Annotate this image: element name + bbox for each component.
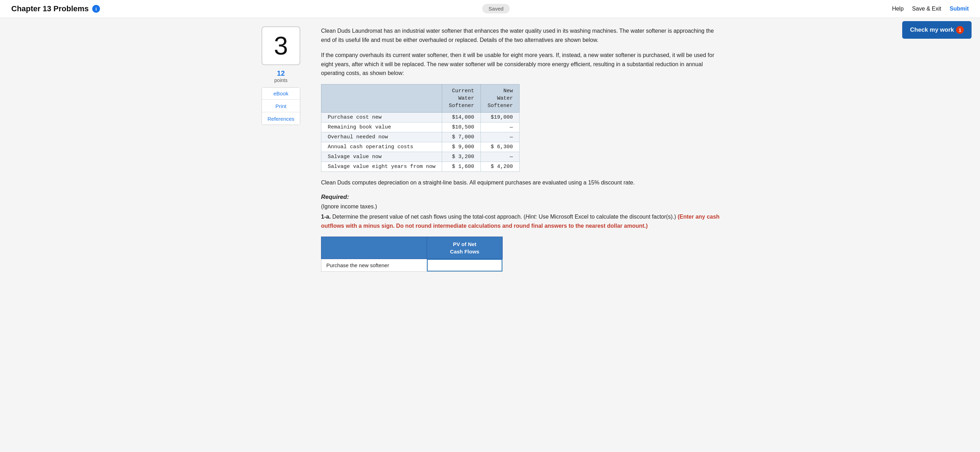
data-row-col2-5: $ 4,200 (481, 162, 520, 172)
check-my-work-label: Check my work (910, 26, 954, 33)
data-row-col1-4: $ 3,200 (442, 152, 481, 162)
data-row-label-5: Salvage value eight years from now (321, 162, 442, 172)
data-row-col2-1: — (481, 122, 520, 132)
sidebar-buttons: eBook Print References (261, 87, 300, 125)
data-row-col1-5: $ 1,600 (442, 162, 481, 172)
top-bar-left: Chapter 13 Problems i (11, 4, 100, 13)
check-my-work-button[interactable]: Check my work 1 (902, 21, 972, 39)
data-row-label-2: Overhaul needed now (321, 132, 442, 142)
submit-link[interactable]: Submit (950, 6, 969, 12)
top-bar: Chapter 13 Problems i Saved Help Save & … (0, 0, 980, 18)
print-button[interactable]: Print (262, 100, 300, 112)
instruction-body: Determine the present value of net cash … (332, 214, 676, 220)
data-row-col2-2: — (481, 132, 520, 142)
ebook-button[interactable]: eBook (262, 88, 300, 100)
data-row-col2-3: $ 6,300 (481, 142, 520, 152)
question-number: 3 (274, 31, 288, 60)
data-table: Current Water Softener New Water Softene… (321, 84, 520, 172)
col1-header: Current Water Softener (442, 84, 481, 112)
points-section: 12 points (274, 69, 287, 83)
question-number-box: 3 (261, 26, 300, 65)
col2-header: New Water Softener (481, 84, 520, 112)
data-row-col2-4: — (481, 152, 520, 162)
continuation-text: Clean Duds computes depreciation on a st… (321, 178, 722, 187)
instruction-number: 1-a. (321, 214, 331, 220)
points-label: points (274, 78, 287, 83)
saved-badge: Saved (482, 6, 510, 12)
data-row-label-1: Remaining book value (321, 122, 442, 132)
top-bar-right: Help Save & Exit Submit (892, 6, 969, 12)
answer-row-label-0: Purchase the new softener (321, 259, 427, 272)
data-row-col1-1: $10,500 (442, 122, 481, 132)
data-row-label-3: Annual cash operating costs (321, 142, 442, 152)
check-badge: 1 (956, 26, 964, 34)
references-button[interactable]: References (262, 113, 300, 125)
data-row-label-4: Salvage value now (321, 152, 442, 162)
main-layout: 3 12 points eBook Print References Clean… (243, 18, 737, 286)
data-row-col1-0: $14,000 (442, 112, 481, 122)
data-row-col1-3: $ 9,000 (442, 142, 481, 152)
answer-input-0[interactable] (427, 259, 502, 271)
page-title: Chapter 13 Problems (11, 4, 89, 13)
points-number: 12 (274, 69, 287, 78)
content: Clean Duds Laundromat has an industrial … (313, 26, 731, 278)
required-title: Required: (321, 194, 722, 201)
instruction-text: 1-a. Determine the present value of net … (321, 212, 722, 230)
paragraph2: If the company overhauls its current wat… (321, 51, 722, 78)
data-row-col1-2: $ 7,000 (442, 132, 481, 142)
info-icon[interactable]: i (92, 5, 100, 13)
paragraph1: Clean Duds Laundromat has an industrial … (321, 26, 722, 45)
data-row-col2-0: $19,000 (481, 112, 520, 122)
hint-label: Hint: (525, 214, 537, 220)
ignore-text: (Ignore income taxes.) (321, 202, 722, 211)
data-row-label-0: Purchase cost new (321, 112, 442, 122)
help-link[interactable]: Help (892, 6, 904, 12)
answer-col-header: PV of NetCash Flows (427, 237, 503, 259)
save-exit-link[interactable]: Save & Exit (912, 6, 941, 12)
sidebar: 3 12 points eBook Print References (249, 26, 313, 278)
answer-table: PV of NetCash Flows Purchase the new sof… (321, 237, 503, 272)
